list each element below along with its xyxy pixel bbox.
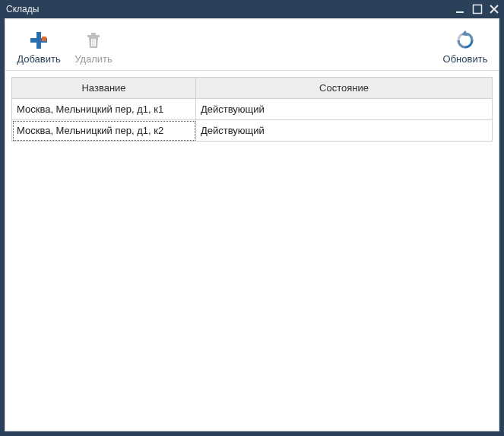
svg-rect-8 [93,39,94,46]
close-icon[interactable] [489,4,499,14]
cell-name[interactable]: Москва, Мельницкий пер, д1, к2 [12,120,196,142]
add-label: Добавить [17,54,60,64]
svg-rect-9 [95,39,97,46]
window-frame: Склады Добавит [0,0,504,436]
client-area: Добавить Удалить [5,18,499,431]
svg-rect-1 [474,5,482,14]
table-row[interactable]: Москва, Мельницкий пер, д1, к1 Действующ… [12,99,493,120]
data-grid[interactable]: Название Состояние Москва, Мельницкий пе… [11,77,493,142]
maximize-icon[interactable] [472,4,483,14]
toolbar: Добавить Удалить [5,19,499,71]
minimize-icon[interactable] [455,4,466,14]
titlebar[interactable]: Склады [0,0,504,18]
cell-name[interactable]: Москва, Мельницкий пер, д1, к1 [12,99,196,120]
cell-status[interactable]: Действующий [196,120,493,142]
delete-label: Удалить [74,54,113,64]
refresh-label: Обновить [443,54,488,64]
svg-rect-5 [87,35,100,37]
col-header-status[interactable]: Состояние [196,78,493,99]
trash-icon [83,30,104,51]
plus-icon [28,30,49,51]
table-row[interactable]: Москва, Мельницкий пер, д1, к2 Действующ… [12,120,493,142]
add-button[interactable]: Добавить [11,24,66,69]
svg-rect-0 [456,11,464,13]
cell-status[interactable]: Действующий [196,99,493,120]
delete-button[interactable]: Удалить [66,24,121,69]
svg-rect-6 [91,33,96,35]
window-title: Склады [6,4,455,14]
header-row: Название Состояние [12,78,493,99]
refresh-icon [455,30,476,51]
table-container: Название Состояние Москва, Мельницкий пе… [5,71,499,431]
svg-rect-4 [42,37,46,41]
svg-rect-7 [91,39,93,46]
refresh-button[interactable]: Обновить [438,24,493,69]
col-header-name[interactable]: Название [12,78,196,99]
window-controls [455,4,499,14]
